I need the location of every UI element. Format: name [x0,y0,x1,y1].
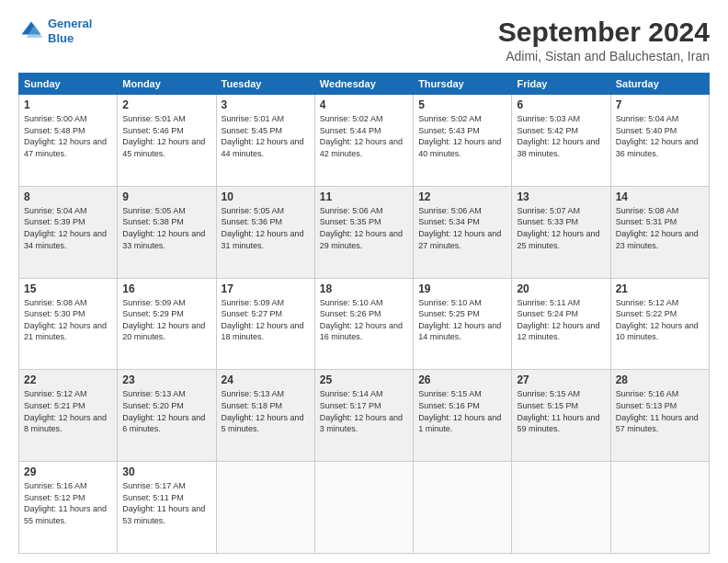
day-info: Sunrise: 5:09 AM Sunset: 5:29 PM Dayligh… [122,297,210,343]
calendar-cell: 8 Sunrise: 5:04 AM Sunset: 5:39 PM Dayli… [19,186,118,278]
calendar-cell: 2 Sunrise: 5:01 AM Sunset: 5:46 PM Dayli… [118,95,216,187]
day-info: Sunrise: 5:06 AM Sunset: 5:35 PM Dayligh… [320,205,408,251]
day-number: 18 [320,282,408,295]
calendar-cell [512,462,610,554]
calendar-cell: 24 Sunrise: 5:13 AM Sunset: 5:18 PM Dayl… [216,370,314,462]
day-info: Sunrise: 5:12 AM Sunset: 5:21 PM Dayligh… [24,388,112,434]
day-info: Sunrise: 5:03 AM Sunset: 5:42 PM Dayligh… [517,113,605,159]
calendar-cell: 21 Sunrise: 5:12 AM Sunset: 5:22 PM Dayl… [610,278,709,370]
calendar-cell: 29 Sunrise: 5:16 AM Sunset: 5:12 PM Dayl… [19,462,118,554]
calendar-cell: 28 Sunrise: 5:16 AM Sunset: 5:13 PM Dayl… [610,370,709,462]
title-block: September 2024 Adimi, Sistan and Baluche… [498,17,710,63]
day-number: 29 [24,465,112,478]
calendar-week-5: 29 Sunrise: 5:16 AM Sunset: 5:12 PM Dayl… [19,462,710,554]
day-number: 2 [122,98,210,111]
day-info: Sunrise: 5:13 AM Sunset: 5:18 PM Dayligh… [222,388,310,434]
day-info: Sunrise: 5:14 AM Sunset: 5:17 PM Dayligh… [320,388,408,434]
day-info: Sunrise: 5:17 AM Sunset: 5:11 PM Dayligh… [122,480,210,526]
day-number: 10 [222,190,310,203]
calendar-cell: 16 Sunrise: 5:09 AM Sunset: 5:29 PM Dayl… [118,278,216,370]
calendar-week-4: 22 Sunrise: 5:12 AM Sunset: 5:21 PM Dayl… [19,370,710,462]
calendar-cell [414,462,512,554]
day-number: 9 [122,190,210,203]
day-info: Sunrise: 5:02 AM Sunset: 5:43 PM Dayligh… [418,113,506,159]
day-number: 15 [24,282,112,295]
day-number: 7 [616,98,704,111]
calendar-week-2: 8 Sunrise: 5:04 AM Sunset: 5:39 PM Dayli… [19,186,710,278]
day-number: 1 [24,98,112,111]
day-info: Sunrise: 5:12 AM Sunset: 5:22 PM Dayligh… [616,297,704,343]
day-number: 20 [517,282,605,295]
day-number: 19 [418,282,506,295]
day-number: 13 [517,190,605,203]
day-number: 4 [320,98,408,111]
calendar-cell: 27 Sunrise: 5:15 AM Sunset: 5:15 PM Dayl… [512,370,610,462]
day-info: Sunrise: 5:05 AM Sunset: 5:36 PM Dayligh… [222,205,310,251]
main-title: September 2024 [498,17,710,47]
day-info: Sunrise: 5:02 AM Sunset: 5:44 PM Dayligh… [320,113,408,159]
calendar-cell: 20 Sunrise: 5:11 AM Sunset: 5:24 PM Dayl… [512,278,610,370]
day-info: Sunrise: 5:04 AM Sunset: 5:39 PM Dayligh… [24,205,112,251]
calendar-cell: 25 Sunrise: 5:14 AM Sunset: 5:17 PM Dayl… [314,370,413,462]
col-sunday: Sunday [19,74,118,95]
day-number: 16 [122,282,210,295]
day-info: Sunrise: 5:00 AM Sunset: 5:48 PM Dayligh… [24,113,112,159]
day-info: Sunrise: 5:09 AM Sunset: 5:27 PM Dayligh… [222,297,310,343]
day-info: Sunrise: 5:11 AM Sunset: 5:24 PM Dayligh… [517,297,605,343]
calendar-cell: 13 Sunrise: 5:07 AM Sunset: 5:33 PM Dayl… [512,186,610,278]
day-info: Sunrise: 5:13 AM Sunset: 5:20 PM Dayligh… [122,388,210,434]
day-number: 8 [24,190,112,203]
day-number: 22 [24,373,112,386]
day-number: 30 [122,465,210,478]
subtitle: Adimi, Sistan and Baluchestan, Iran [498,49,710,63]
col-friday: Friday [512,74,610,95]
day-number: 27 [517,373,605,386]
day-number: 21 [616,282,704,295]
day-info: Sunrise: 5:06 AM Sunset: 5:34 PM Dayligh… [418,205,506,251]
calendar-cell: 18 Sunrise: 5:10 AM Sunset: 5:26 PM Dayl… [314,278,413,370]
calendar-cell: 19 Sunrise: 5:10 AM Sunset: 5:25 PM Dayl… [414,278,512,370]
day-number: 3 [222,98,310,111]
day-number: 26 [418,373,506,386]
calendar-cell [610,462,709,554]
calendar-cell: 9 Sunrise: 5:05 AM Sunset: 5:38 PM Dayli… [118,186,216,278]
page: General Blue September 2024 Adimi, Sista… [0,0,728,563]
calendar-week-3: 15 Sunrise: 5:08 AM Sunset: 5:30 PM Dayl… [19,278,710,370]
day-number: 28 [616,373,704,386]
calendar-cell [314,462,413,554]
calendar-cell: 6 Sunrise: 5:03 AM Sunset: 5:42 PM Dayli… [512,95,610,187]
day-info: Sunrise: 5:10 AM Sunset: 5:25 PM Dayligh… [418,297,506,343]
logo: General Blue [18,17,92,45]
day-info: Sunrise: 5:10 AM Sunset: 5:26 PM Dayligh… [320,297,408,343]
day-number: 6 [517,98,605,111]
calendar-cell: 15 Sunrise: 5:08 AM Sunset: 5:30 PM Dayl… [19,278,118,370]
header: General Blue September 2024 Adimi, Sista… [18,17,710,63]
calendar-cell: 10 Sunrise: 5:05 AM Sunset: 5:36 PM Dayl… [216,186,314,278]
calendar-cell [216,462,314,554]
col-saturday: Saturday [610,74,709,95]
calendar-cell: 30 Sunrise: 5:17 AM Sunset: 5:11 PM Dayl… [118,462,216,554]
day-number: 11 [320,190,408,203]
calendar-cell: 22 Sunrise: 5:12 AM Sunset: 5:21 PM Dayl… [19,370,118,462]
calendar-cell: 12 Sunrise: 5:06 AM Sunset: 5:34 PM Dayl… [414,186,512,278]
day-number: 24 [222,373,310,386]
day-number: 25 [320,373,408,386]
day-number: 5 [418,98,506,111]
day-info: Sunrise: 5:15 AM Sunset: 5:16 PM Dayligh… [418,388,506,434]
col-monday: Monday [118,74,216,95]
col-tuesday: Tuesday [216,74,314,95]
calendar-cell: 7 Sunrise: 5:04 AM Sunset: 5:40 PM Dayli… [610,95,709,187]
day-info: Sunrise: 5:16 AM Sunset: 5:13 PM Dayligh… [616,388,704,434]
logo-text: General Blue [48,17,92,45]
day-number: 14 [616,190,704,203]
calendar-week-1: 1 Sunrise: 5:00 AM Sunset: 5:48 PM Dayli… [19,95,710,187]
calendar-cell: 3 Sunrise: 5:01 AM Sunset: 5:45 PM Dayli… [216,95,314,187]
day-number: 17 [222,282,310,295]
logo-icon [18,18,44,44]
calendar-cell: 5 Sunrise: 5:02 AM Sunset: 5:43 PM Dayli… [414,95,512,187]
calendar-cell: 11 Sunrise: 5:06 AM Sunset: 5:35 PM Dayl… [314,186,413,278]
day-info: Sunrise: 5:04 AM Sunset: 5:40 PM Dayligh… [616,113,704,159]
day-info: Sunrise: 5:15 AM Sunset: 5:15 PM Dayligh… [517,388,605,434]
day-info: Sunrise: 5:07 AM Sunset: 5:33 PM Dayligh… [517,205,605,251]
col-thursday: Thursday [414,74,512,95]
